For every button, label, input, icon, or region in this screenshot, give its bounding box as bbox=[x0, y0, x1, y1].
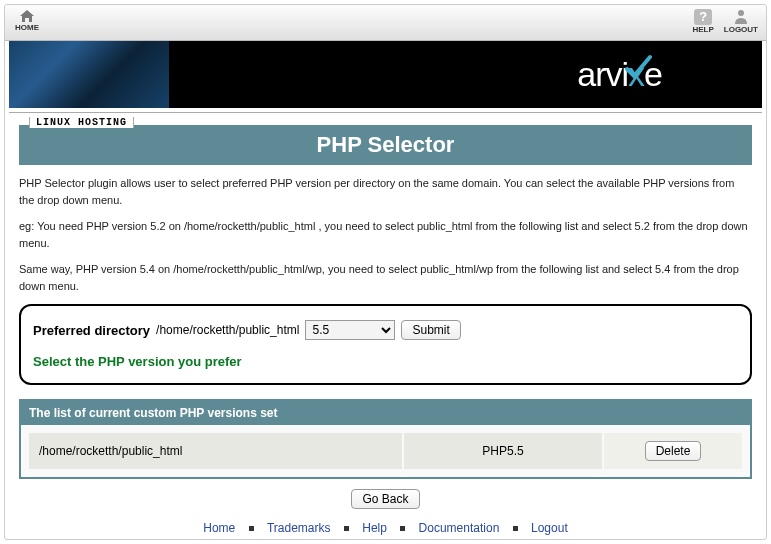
row-version: PHP5.5 bbox=[403, 432, 603, 470]
preferred-dir-path: /home/rocketth/public_html bbox=[156, 323, 299, 337]
desc-p1: PHP Selector plugin allows user to selec… bbox=[19, 175, 752, 208]
home-label: HOME bbox=[15, 23, 39, 32]
form-box: Preferred directory /home/rocketth/publi… bbox=[19, 304, 752, 385]
help-link[interactable]: ? HELP bbox=[692, 9, 713, 34]
go-back-button[interactable]: Go Back bbox=[351, 489, 419, 509]
separator-icon bbox=[344, 526, 349, 531]
prefer-text: Select the PHP version you prefer bbox=[33, 354, 738, 369]
custom-versions-table: The list of current custom PHP versions … bbox=[19, 399, 752, 479]
footer-help[interactable]: Help bbox=[362, 521, 387, 535]
desc-p3: Same way, PHP version 5.4 on /home/rocke… bbox=[19, 261, 752, 294]
footer-home[interactable]: Home bbox=[203, 521, 235, 535]
help-icon: ? bbox=[694, 9, 712, 25]
footer-trademarks[interactable]: Trademarks bbox=[267, 521, 331, 535]
preferred-dir-label: Preferred directory bbox=[33, 323, 150, 338]
desc-p2: eg: You need PHP version 5.2 on /home/ro… bbox=[19, 218, 752, 251]
submit-button[interactable]: Submit bbox=[401, 320, 460, 340]
page-title: PHP Selector bbox=[19, 125, 752, 165]
brand-logo: arvixe bbox=[577, 55, 662, 94]
description-block: PHP Selector plugin allows user to selec… bbox=[19, 175, 752, 294]
footer-logout[interactable]: Logout bbox=[531, 521, 568, 535]
logout-link[interactable]: LOGOUT bbox=[724, 9, 758, 34]
table-row: /home/rocketth/public_html PHP5.5 Delete bbox=[28, 432, 743, 470]
footer-documentation[interactable]: Documentation bbox=[419, 521, 500, 535]
logout-label: LOGOUT bbox=[724, 25, 758, 34]
php-version-select[interactable]: 5.5 bbox=[305, 320, 395, 340]
home-link[interactable]: HOME bbox=[15, 9, 39, 32]
svg-point-0 bbox=[738, 10, 744, 16]
hosting-label: LINUX HOSTING bbox=[29, 117, 134, 128]
delete-button[interactable]: Delete bbox=[645, 441, 702, 461]
row-dir: /home/rocketth/public_html bbox=[28, 432, 403, 470]
help-label: HELP bbox=[692, 25, 713, 34]
brand-check-icon: x bbox=[628, 55, 644, 94]
brand-text-a: arvi bbox=[577, 55, 628, 93]
separator-icon bbox=[400, 526, 405, 531]
footer: Home Trademarks Help Documentation Logou… bbox=[19, 521, 752, 535]
separator-icon bbox=[249, 526, 254, 531]
table-heading: The list of current custom PHP versions … bbox=[21, 401, 750, 425]
banner-graphic bbox=[9, 41, 169, 108]
home-icon bbox=[19, 9, 35, 23]
logout-icon bbox=[734, 9, 748, 25]
topbar: HOME ? HELP LOGOUT bbox=[5, 5, 766, 41]
banner: arvixe bbox=[9, 41, 762, 108]
separator-icon bbox=[513, 526, 518, 531]
